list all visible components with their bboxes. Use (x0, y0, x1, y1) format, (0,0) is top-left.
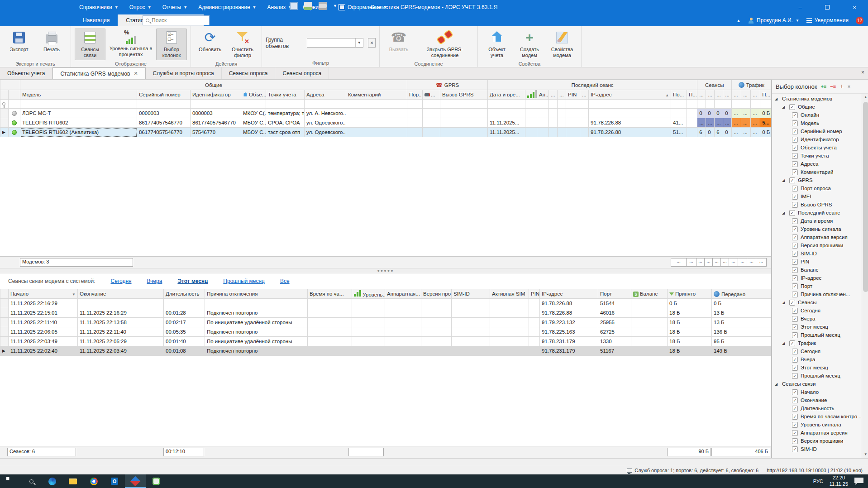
signal-percent-button[interactable]: % Уровень сигнала в процентах (107, 29, 154, 60)
checkbox[interactable]: ✓ (792, 414, 798, 420)
cell-active-sim[interactable] (490, 318, 529, 327)
header-model[interactable]: Модель (20, 90, 137, 100)
cell-traffic[interactable]: ... (741, 118, 751, 128)
cell-sessions[interactable]: ... (697, 118, 706, 128)
header-col[interactable]: ... (558, 90, 566, 100)
cell-sessions[interactable]: 0 (706, 128, 715, 137)
header-serial[interactable]: Серийный номер (137, 90, 191, 100)
checkbox[interactable]: ✓ (792, 112, 798, 118)
tree-item[interactable]: ◢ ✓ SIM-ID (772, 445, 862, 453)
checkbox[interactable]: ✓ (792, 218, 798, 224)
tree-item[interactable]: ◢ ✓ Адреса (772, 160, 862, 168)
table-row[interactable]: ЛЭРС МС-Т 0000003 0000003 МКОУ С(... тем… (0, 109, 771, 118)
pin-icon[interactable]: ⊥ (839, 84, 844, 90)
checkbox[interactable]: ✓ (792, 316, 798, 322)
cell-object[interactable]: МБОУ С... (241, 118, 266, 128)
checkbox[interactable]: ✓ (792, 234, 798, 240)
cell-port[interactable]: 51... (671, 128, 687, 137)
cell-sessions[interactable]: 6 (715, 128, 723, 137)
header-gprs-call[interactable]: Вызов GPRS (440, 90, 488, 100)
checkbox[interactable]: ✓ (789, 300, 795, 306)
header-col[interactable]: ... (549, 90, 558, 100)
table-row[interactable]: 11.11.2025 22:15:01 11.11.2025 22:16:29 … (0, 308, 771, 318)
header-start[interactable]: Начало▼ (9, 289, 78, 299)
cell-port[interactable]: 41... (671, 118, 687, 128)
cell-traffic[interactable]: ... (751, 118, 760, 128)
cell-port[interactable]: 51167 (598, 346, 631, 356)
cell-ip[interactable]: 91.78.225.163 (540, 327, 598, 337)
scroll-down-icon[interactable]: ▼ (862, 451, 868, 458)
tree-item[interactable]: ◢ ✓ Статистика модемов (772, 95, 862, 103)
cell-sessions[interactable]: 0 (723, 109, 732, 118)
cell-port[interactable]: 51544 (598, 299, 631, 308)
cell-fw[interactable] (421, 308, 452, 318)
expand-icon[interactable]: ◢ (782, 211, 787, 215)
cell-points[interactable]: СРОА; СРОА (266, 118, 305, 128)
cell-balance[interactable] (631, 327, 668, 337)
cell-object[interactable]: МКОУ С(... (241, 109, 266, 118)
cell-balance[interactable] (631, 299, 668, 308)
cell-time-by[interactable] (308, 337, 352, 346)
cell-ip[interactable]: 91.78.226.88 (540, 299, 598, 308)
table-row[interactable]: 11.11.2025 22:11:40 11.11.2025 22:13:58 … (0, 318, 771, 327)
checkbox[interactable]: ✓ (792, 365, 798, 371)
clear-filter-button[interactable]: Очистить фильтр (227, 29, 258, 60)
start-button[interactable] (0, 474, 21, 488)
close-gprs-button[interactable]: Закрыть GPRS-соединение (416, 29, 474, 60)
cell-end[interactable]: 11.11.2025 22:13:58 (78, 318, 164, 327)
cell-traffic[interactable]: ... (732, 109, 741, 118)
checkbox[interactable]: ✓ (792, 186, 798, 191)
cell-sent[interactable]: 149 Б (712, 346, 771, 356)
metering-object-button[interactable]: Объект учета (482, 29, 512, 60)
cell-sim-id[interactable] (452, 308, 490, 318)
header-col[interactable]: ... (697, 90, 706, 100)
header-ip[interactable]: IP-адрес (540, 289, 598, 299)
checkbox[interactable]: ✓ (792, 422, 798, 428)
tree-item[interactable]: ◢ ✓ Аппаратная версия (772, 233, 862, 241)
tree-item[interactable]: ◢ ✓ Идентификатор (772, 135, 862, 144)
cell-ip[interactable]: 91.78.226.88 (589, 128, 671, 137)
cell-fw[interactable] (421, 337, 452, 346)
cell-ident[interactable]: 861774057546770 (191, 118, 241, 128)
cell-traffic[interactable]: 0 Б (760, 128, 771, 137)
menu-item[interactable]: Опрос ▼ (125, 2, 156, 12)
menu-item[interactable]: Справочники ▼ (75, 2, 123, 12)
expand-icon[interactable]: ◢ (775, 382, 779, 386)
header-port[interactable]: По... (671, 90, 687, 100)
header-points[interactable]: Точки учёта (266, 90, 305, 100)
cell-reason[interactable]: По инициативе удалённой стороны (205, 318, 308, 327)
checkbox[interactable]: ✓ (789, 104, 795, 110)
cell-sim-id[interactable] (452, 327, 490, 337)
cell-hw[interactable] (385, 299, 421, 308)
cell-address[interactable]: ул. Одоевского... (305, 128, 346, 137)
column-chooser-button[interactable]: Выбор колонок (156, 29, 187, 60)
header-active-sim[interactable]: Активная SIM (490, 289, 529, 299)
header-reason[interactable]: Причина отключения (205, 289, 308, 299)
cell-duration[interactable]: 00:05:35 (164, 327, 205, 337)
header-received[interactable]: Принято (668, 289, 712, 299)
sessions-filter-link[interactable]: Вчера (147, 278, 162, 284)
export-grid-icon[interactable] (290, 2, 298, 10)
header-signal[interactable] (525, 90, 537, 100)
cell-active-sim[interactable] (490, 308, 529, 318)
checkbox[interactable]: ✓ (789, 210, 795, 216)
checkbox[interactable]: ✓ (792, 446, 798, 452)
cell-traffic[interactable]: 5... (760, 118, 771, 128)
sessions-filter-link[interactable]: Все (280, 278, 290, 284)
header-level[interactable]: Уровень... (352, 289, 385, 299)
checkbox[interactable]: ✓ (792, 389, 798, 395)
panel-close-icon[interactable]: × (861, 69, 864, 76)
cell-ident[interactable]: 0000003 (191, 109, 241, 118)
tree-item[interactable]: ◢ ✓ Сеансы (772, 298, 862, 306)
refresh-button[interactable]: ⟳ Обновить (195, 29, 225, 60)
checkbox[interactable]: ✓ (789, 177, 795, 183)
chevron-down-icon[interactable]: ▼ (355, 38, 363, 47)
cell-comment[interactable] (346, 118, 407, 128)
tree-item[interactable]: ◢ ✓ Сеансы связи (772, 380, 862, 388)
scroll-up-icon[interactable]: ▲ (862, 94, 868, 101)
header-sim-id[interactable]: SIM-ID (452, 289, 490, 299)
tree-item[interactable]: ◢ ✓ Сегодня (772, 306, 862, 315)
tree-item[interactable]: ◢ ✓ Этот месяц (772, 323, 862, 331)
sessions-filter-link[interactable]: Прошлый месяц (223, 278, 265, 284)
cell-time-by[interactable] (308, 299, 352, 308)
